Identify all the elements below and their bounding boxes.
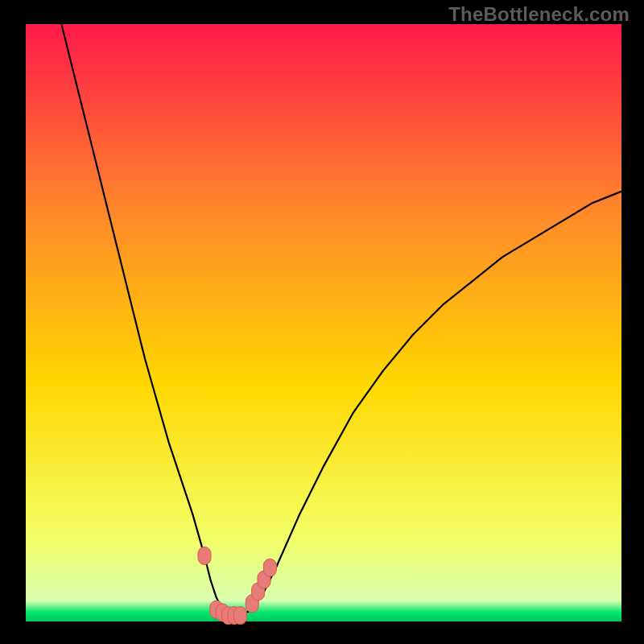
chart-svg <box>0 0 644 644</box>
chart-frame: { "watermark": "TheBottleneck.com", "col… <box>0 0 644 644</box>
plot-background <box>26 24 621 621</box>
watermark-text: TheBottleneck.com <box>448 3 630 26</box>
curve-marker <box>233 607 246 625</box>
curve-marker <box>263 559 276 576</box>
curve-marker <box>198 547 211 564</box>
